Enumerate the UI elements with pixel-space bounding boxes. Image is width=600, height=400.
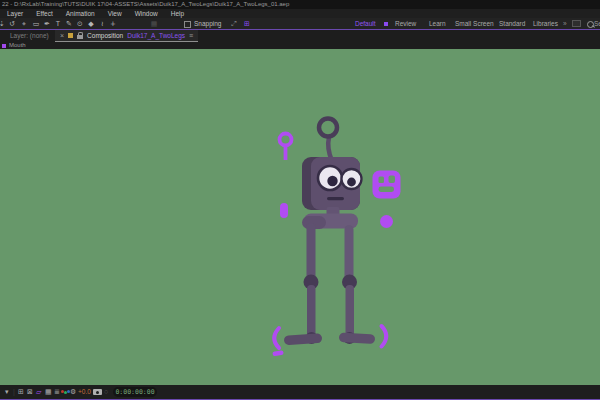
controller-key (280, 134, 292, 161)
snapping-label[interactable]: Snapping (194, 18, 221, 29)
grid-options-icon[interactable]: ⊞ (18, 385, 24, 399)
comp-color-swatch-icon (68, 33, 73, 38)
snap-options-icon[interactable]: ⤢ (228, 18, 240, 29)
workspace-standard[interactable]: Standard (499, 18, 525, 29)
workspace-review[interactable]: Review (395, 18, 416, 29)
workspace-search-label[interactable]: Searc (594, 18, 600, 29)
menu-effect[interactable]: Effect (36, 9, 53, 18)
close-icon[interactable]: × (60, 32, 64, 39)
controller-pill (280, 203, 288, 218)
robot-left-leg (284, 223, 323, 345)
workspace-learn[interactable]: Learn (429, 18, 446, 29)
channel-color-icon[interactable] (61, 390, 70, 394)
view-layout-icon[interactable]: ≣ (54, 385, 60, 399)
panel-tab-row: Layer: (none) × Composition Duik17_A_Two… (0, 30, 600, 42)
menu-layer[interactable]: Layer (7, 9, 23, 18)
region-of-interest-icon[interactable]: ▱ (36, 385, 41, 399)
mask-visibility-icon[interactable]: ⊠ (27, 385, 33, 399)
exposure-value[interactable]: +0.0 (78, 385, 91, 399)
camera-tool-icon[interactable]: ⌖ (18, 18, 30, 29)
workspace-small-screen[interactable]: Small Screen (455, 18, 494, 29)
controller-right-foot-arc (382, 326, 387, 347)
menu-window[interactable]: Window (135, 9, 158, 18)
controller-left-foot-dash (272, 350, 284, 356)
robot-character-canvas (0, 49, 600, 385)
transparency-grid-icon[interactable]: ▦ (45, 385, 52, 399)
robot-left-pupil (327, 176, 337, 186)
timecode-field[interactable]: 0:00:00:00 (113, 387, 157, 397)
layer-name-indicator: Mouth (9, 42, 26, 49)
robot-right-pupil (347, 178, 356, 187)
tab-composition[interactable]: × Composition Duik17_A_TwoLegs ≡ (55, 30, 198, 42)
controller-dot (380, 215, 393, 228)
workspace-default[interactable]: Default (355, 18, 376, 29)
disabled-tool-icon: ▦ (148, 18, 160, 29)
composition-name: Duik17_A_TwoLegs (127, 32, 185, 39)
workspace-overflow-chevron[interactable]: » (563, 18, 567, 29)
show-snapshot-icon[interactable]: ○ (104, 385, 108, 399)
controller-left-foot-arc (274, 328, 279, 348)
robot-right-leg (339, 225, 375, 344)
menu-animation[interactable]: Animation (66, 9, 95, 18)
robot-mouth (327, 197, 344, 200)
panel-menu-icon[interactable]: ≡ (189, 32, 193, 39)
snap-grid-icon[interactable]: ⊞ (241, 18, 253, 29)
window-title: 22 - D:\RxLab\Training\TUTS\DUIK 17\04-A… (0, 0, 600, 9)
resolution-gear-icon[interactable]: ⚙ (70, 385, 76, 399)
viewport-bottom-bar: ▾ | ⊞ ⊠ ▱ ▦ ≣ ⚙ +0.0 ○ 0:00:00:00 (0, 385, 600, 399)
magnification-dropdown[interactable]: ▾ (5, 385, 9, 399)
menu-view[interactable]: View (108, 9, 122, 18)
layer-color-icon (2, 44, 6, 48)
puppet-pin-tool-icon[interactable]: ∔ (107, 18, 119, 29)
composition-viewport[interactable] (0, 49, 600, 385)
lock-icon[interactable] (77, 35, 83, 39)
composition-tab-label: Composition (87, 32, 123, 39)
search-icon[interactable] (587, 21, 594, 28)
snapshot-camera-icon[interactable] (93, 389, 102, 395)
tab-layer-viewer[interactable]: Layer: (none) (10, 30, 49, 42)
app-panel-icon[interactable] (572, 20, 581, 27)
menu-bar: LayerEffectAnimationViewWindowHelp (0, 9, 600, 18)
tool-bar: ⇣ ↺ ⌖ ▭ ✒ T ✎ ⊙ ◆ ≀ ∔ ▦ Snapping ⤢ ⊞ Def… (0, 18, 600, 29)
robot-head (302, 157, 362, 210)
workspace-libraries[interactable]: Libraries (533, 18, 558, 29)
layer-indicator-row: Mouth (0, 42, 600, 49)
menu-help[interactable]: Help (171, 9, 184, 18)
controller-face (373, 171, 401, 199)
workspace-active-marker (384, 22, 388, 26)
robot-antenna (319, 119, 337, 162)
snapping-checkbox[interactable] (184, 21, 191, 28)
separator: | (13, 385, 15, 399)
rotation-tool-icon[interactable]: ↺ (6, 18, 18, 29)
